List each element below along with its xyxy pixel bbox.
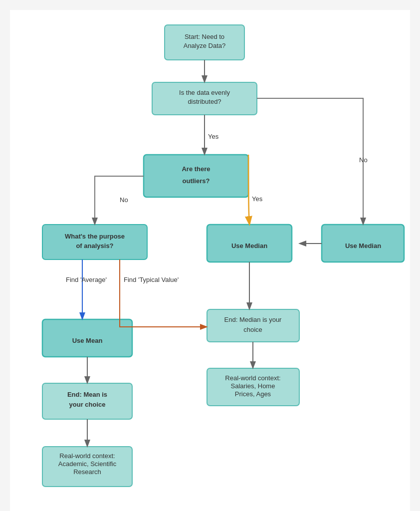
yes-label-1: Yes <box>208 133 219 140</box>
no-label-right: No <box>359 156 368 164</box>
arrow-evenly-to-median-no <box>257 98 363 224</box>
use-median-no-label: Use Median <box>345 242 381 250</box>
context-median-label-1: Real-world context: <box>225 374 280 382</box>
find-typical-label: Find 'Typical Value' <box>124 276 179 283</box>
outliers-label-2: outliers? <box>183 177 210 185</box>
context-median-label-2: Salaries, Home <box>231 382 275 390</box>
outliers-box <box>144 155 248 197</box>
use-median-yes-label: Use Median <box>231 242 267 250</box>
arrow-purpose-to-end-median <box>120 259 206 327</box>
end-mean-label-1: End: Mean is <box>67 391 107 398</box>
purpose-label-1: What's the purpose <box>65 233 125 240</box>
arrow-outliers-to-median-yes <box>248 155 249 224</box>
yes-label-2: Yes <box>252 195 263 203</box>
evenly-distributed-label-2: distributed? <box>188 98 221 105</box>
purpose-label-2: of analysis? <box>76 242 113 250</box>
end-mean-label-2: your choice <box>69 401 106 408</box>
evenly-distributed-label-1: Is the data evenly <box>179 89 230 96</box>
context-mean-label-2: Academic, Scientific <box>58 460 117 468</box>
find-average-label: Find 'Average' <box>66 276 107 283</box>
end-median-label-1: End: Median is your <box>224 316 282 323</box>
context-mean-label-1: Real-world context: <box>59 452 115 460</box>
start-label-1: Start: Need to <box>185 33 224 40</box>
no-label-left: No <box>120 196 128 204</box>
arrow-outliers-to-purpose <box>95 176 144 224</box>
diagram-container: Start: Need to Analyze Data? Is the data… <box>10 10 410 511</box>
end-median-label-2: choice <box>243 326 262 333</box>
context-mean-label-3: Research <box>73 468 101 476</box>
outliers-label-1: Are there <box>182 165 210 173</box>
context-median-label-3: Prices, Ages <box>235 390 271 398</box>
use-mean-label: Use Mean <box>72 337 103 344</box>
start-label-2: Analyze Data? <box>184 42 226 49</box>
